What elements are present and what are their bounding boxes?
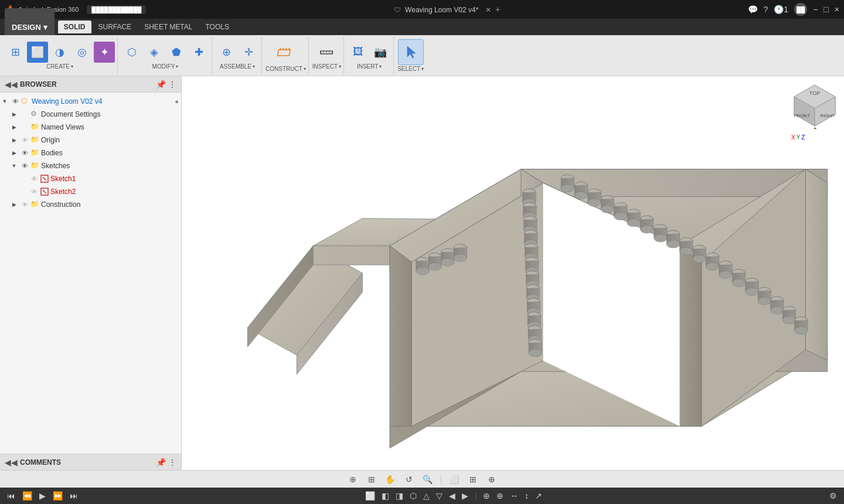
tab-tools[interactable]: TOOLS <box>199 21 234 33</box>
sculpt-button[interactable]: ✦ <box>94 42 115 63</box>
assemble-move-button[interactable]: ✛ <box>238 42 259 63</box>
doc-settings-toggle[interactable]: ▶ <box>9 110 19 119</box>
close-button[interactable]: × <box>835 5 839 14</box>
bodies-eye[interactable]: 👁 <box>20 148 29 158</box>
timeline-tool-12[interactable]: ↕ <box>522 490 531 502</box>
tree-item-named-views[interactable]: ▶ 👁 📁 Named Views <box>0 121 181 134</box>
insert-canvas-button[interactable]: 🖼 <box>348 42 369 63</box>
go-to-start-button[interactable]: ⏮ <box>5 490 18 502</box>
modify-label[interactable]: MODIFY ▾ <box>152 63 179 70</box>
help-icon-button[interactable]: ? <box>764 5 768 14</box>
extrude-button[interactable]: ⬜ <box>27 42 48 63</box>
grid-settings-button[interactable]: ⊞ <box>465 472 481 486</box>
tree-item-origin[interactable]: ▶ 👁 📁 Origin <box>0 134 181 147</box>
view-cube[interactable]: TOP FRONT RIGHT X Y Z <box>791 82 838 129</box>
browser-collapse-button[interactable]: ◀◀ <box>5 80 18 89</box>
timeline-tool-5[interactable]: △ <box>421 490 432 502</box>
comments-pin-button[interactable]: 📌 <box>156 458 166 467</box>
display-mode-button[interactable]: ⬜ <box>446 472 462 486</box>
timeline-tool-3[interactable]: ◨ <box>393 490 406 502</box>
tree-item-doc-settings[interactable]: ▶ 👁 ⚙ Document Settings <box>0 108 181 121</box>
chat-icon-button[interactable]: 💬 <box>748 5 758 14</box>
comments-more-button[interactable]: ⋮ <box>168 458 176 467</box>
construction-toggle[interactable]: ▶ <box>9 200 19 209</box>
decal-button[interactable]: 📷 <box>370 42 391 63</box>
go-to-end-button[interactable]: ⏭ <box>67 490 80 502</box>
minimize-button[interactable]: − <box>813 5 818 14</box>
tab-surface[interactable]: SURFACE <box>93 21 138 33</box>
new-component-button[interactable]: ⊞ <box>5 42 26 63</box>
assemble-label[interactable]: ASSEMBLE ▾ <box>220 63 255 70</box>
bodies-toggle[interactable]: ▶ <box>9 148 19 158</box>
tree-item-sketch2[interactable]: ▶ 👁 Sketch2 <box>0 185 181 198</box>
hole-button[interactable]: ◎ <box>72 42 93 63</box>
clock-icon-button[interactable]: 🕐1 <box>774 5 788 14</box>
sketches-toggle[interactable]: ▼ <box>9 161 19 171</box>
tab-solid[interactable]: SOLID <box>58 21 91 33</box>
svg-marker-30 <box>805 169 827 361</box>
viewport[interactable]: TOP FRONT RIGHT X Y Z <box>182 76 844 470</box>
select-label[interactable]: SELECT ▾ <box>397 66 424 72</box>
tree-item-construction[interactable]: ▶ 👁 📁 Construction <box>0 198 181 211</box>
tree-item-root[interactable]: ▼ 👁 ⬡ Weaving Loom V02 v4 ● <box>0 95 181 108</box>
pan-tool-button[interactable]: ✋ <box>382 472 399 486</box>
named-views-toggle[interactable]: ▶ <box>9 122 19 132</box>
tab-sheet-metal[interactable]: SHEET METAL <box>138 21 198 33</box>
insert-label[interactable]: INSERT ▾ <box>357 63 382 70</box>
more-settings-button[interactable]: ⊕ <box>484 472 500 486</box>
step-back-button[interactable]: ⏪ <box>20 490 35 502</box>
settings-button[interactable]: ⚙ <box>827 490 839 502</box>
revolve-button[interactable]: ◑ <box>49 42 70 63</box>
select-button[interactable] <box>398 39 424 65</box>
grid-tool-button[interactable]: ⊞ <box>363 472 380 486</box>
tree-item-sketches[interactable]: ▼ 👁 📁 Sketches <box>0 159 181 172</box>
orbit-tool-button[interactable]: ↺ <box>401 472 417 486</box>
sketch1-eye[interactable]: 👁 <box>29 174 39 183</box>
origin-toggle[interactable]: ▶ <box>9 135 19 145</box>
root-eye[interactable]: 👁 <box>11 97 20 106</box>
timeline-tool-4[interactable]: ⬡ <box>407 490 419 502</box>
close-tab-button[interactable]: ✕ <box>485 6 491 14</box>
fillet-button[interactable]: ◈ <box>144 42 165 63</box>
inspect-label[interactable]: INSPECT ▾ <box>312 63 341 70</box>
browser-more-button[interactable]: ⋮ <box>168 80 176 89</box>
assemble-joint-button[interactable]: ⊕ <box>216 42 237 63</box>
anchor-tool-button[interactable]: ⊕ <box>345 472 361 486</box>
sketches-icon: 📁 <box>30 161 40 171</box>
user-avatar[interactable]: ██ <box>794 3 807 16</box>
construction-eye[interactable]: 👁 <box>20 200 29 209</box>
step-forward-button[interactable]: ⏩ <box>50 490 65 502</box>
svg-point-88 <box>666 240 679 248</box>
create-label[interactable]: CREATE ▾ <box>46 63 73 70</box>
sketch2-eye[interactable]: 👁 <box>29 187 39 196</box>
timeline-tool-9[interactable]: ⊕ <box>481 490 492 502</box>
add-tab-button[interactable]: + <box>495 5 500 14</box>
timeline-tool-1[interactable]: ⬜ <box>363 490 377 502</box>
measure-button[interactable] <box>316 42 337 63</box>
comments-collapse-button[interactable]: ◀◀ <box>5 458 18 467</box>
press-pull-button[interactable]: ⬡ <box>121 42 142 63</box>
tree-item-sketch1[interactable]: ▶ 👁 Sketch1 <box>0 172 181 185</box>
timeline-tool-10[interactable]: ⊕ <box>494 490 506 502</box>
tree-item-bodies[interactable]: ▶ 👁 📁 Bodies <box>0 147 181 159</box>
timeline-tool-8[interactable]: ▶ <box>460 490 471 502</box>
offset-plane-button[interactable] <box>273 39 298 65</box>
origin-eye[interactable]: 👁 <box>20 135 29 145</box>
timeline-tool-13[interactable]: ↗ <box>533 490 544 502</box>
svg-point-136 <box>574 192 587 199</box>
create-group: ⊞ ⬜ ◑ ◎ ✦ CREATE ▾ <box>2 37 118 74</box>
timeline-tool-6[interactable]: ▽ <box>434 490 445 502</box>
3d-model-canvas[interactable] <box>182 76 844 470</box>
root-toggle[interactable]: ▼ <box>0 97 9 106</box>
sketches-eye[interactable]: 👁 <box>20 161 29 171</box>
browser-pin-button[interactable]: 📌 <box>156 80 166 89</box>
timeline-tool-11[interactable]: ↔ <box>508 490 520 502</box>
maximize-button[interactable]: □ <box>823 5 828 14</box>
zoom-tool-button[interactable]: 🔍 <box>420 472 436 486</box>
chamfer-button[interactable]: ⬟ <box>166 42 187 63</box>
combine-button[interactable]: ✚ <box>188 42 209 63</box>
timeline-tool-7[interactable]: ◀ <box>447 490 458 502</box>
play-button[interactable]: ▶ <box>37 490 48 502</box>
timeline-tool-2[interactable]: ◧ <box>379 490 392 502</box>
construct-label[interactable]: CONSTRUCT ▾ <box>266 66 306 72</box>
